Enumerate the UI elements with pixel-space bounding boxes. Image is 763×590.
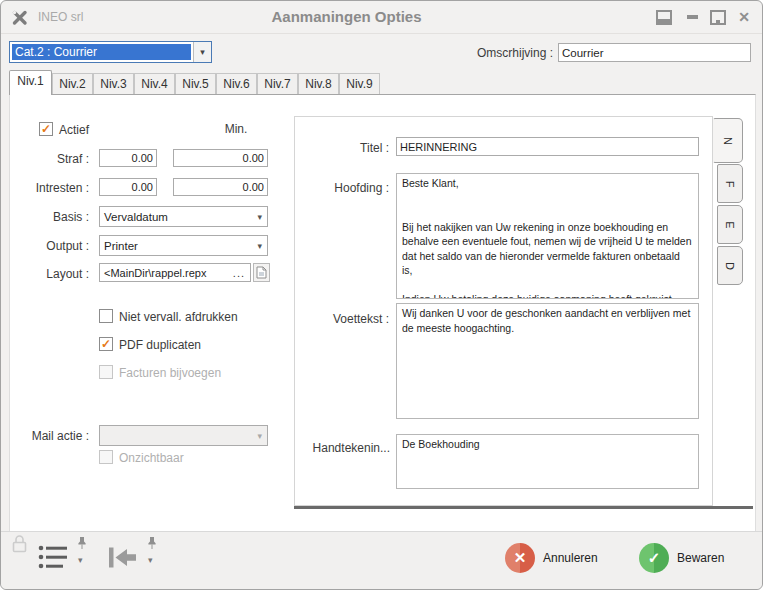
list-view-button[interactable] xyxy=(38,544,69,574)
output-select[interactable]: Printer ▾ xyxy=(99,235,268,256)
document-edit-icon xyxy=(256,266,267,279)
facturen-bijvoegen-label: Facturen bijvoegen xyxy=(119,366,221,380)
browse-button[interactable]: ... xyxy=(233,267,250,279)
straf-label: Straf : xyxy=(7,152,89,166)
omschrijving-label: Omscrhijving : xyxy=(463,46,553,60)
maximize-icon xyxy=(710,10,726,25)
basis-selected-value: Vervaldatum xyxy=(104,211,168,223)
output-selected-value: Printer xyxy=(104,240,138,252)
footer-bar: ▾ ▾ ✕ Annuleren ✓ Bewaren xyxy=(1,531,762,589)
niet-vervall-label: Niet vervall. afdrukken xyxy=(119,310,238,324)
window-close-button[interactable]: ✕ xyxy=(736,9,752,25)
intresten-min-input[interactable] xyxy=(173,178,268,196)
layout-path-value: <MainDir\rappel.repx xyxy=(104,267,206,279)
list-dropdown-button[interactable]: ▾ xyxy=(78,556,83,565)
bewaren-button[interactable]: ✓ Bewaren xyxy=(639,543,724,573)
chevron-down-icon: ▾ xyxy=(257,431,267,441)
voettekst-textarea[interactable]: Wij danken U voor de geschonken aandacht… xyxy=(396,303,699,419)
window-restore-button[interactable] xyxy=(656,9,672,25)
tab-niv3[interactable]: Niv.3 xyxy=(93,73,134,95)
voettekst-label: Voettekst : xyxy=(301,312,389,326)
intresten-input[interactable] xyxy=(99,178,157,196)
layout-path-field[interactable]: <MainDir\rappel.repx ... xyxy=(99,263,251,282)
pin-icon[interactable] xyxy=(147,536,157,553)
x-glyph: ✕ xyxy=(514,549,527,567)
lang-tab-f[interactable]: F xyxy=(717,164,743,203)
category-dropdown-button[interactable]: ▾ xyxy=(193,42,211,62)
lock-icon xyxy=(11,534,28,557)
handtekening-label: Handtekenin... xyxy=(298,441,390,455)
tab-niv2[interactable]: Niv.2 xyxy=(52,73,93,95)
arrow-to-start-icon xyxy=(107,544,138,571)
check-icon: ✓ xyxy=(101,338,111,350)
tab-niv5[interactable]: Niv.5 xyxy=(175,73,216,95)
lang-tab-e-label: E xyxy=(724,221,736,228)
cancel-x-icon: ✕ xyxy=(505,543,535,573)
titel-input[interactable] xyxy=(396,137,699,156)
basis-select[interactable]: Vervaldatum ▾ xyxy=(99,206,268,227)
tab-niv8[interactable]: Niv.8 xyxy=(298,73,339,95)
go-to-first-button[interactable] xyxy=(107,544,138,574)
mail-actie-select: ▾ xyxy=(99,425,268,446)
tab-niv6[interactable]: Niv.6 xyxy=(216,73,257,95)
pin-icon[interactable] xyxy=(77,536,87,553)
lang-tab-d-label: D xyxy=(724,262,736,270)
panel-bottom-rule xyxy=(294,506,753,509)
aanmaningen-opties-window: INEO srl Aanmaningen Opties ✕ Cat.2 : Co… xyxy=(0,0,763,590)
goto-dropdown-button[interactable]: ▾ xyxy=(148,556,153,565)
min-column-label: Min. xyxy=(201,122,271,136)
annuleren-label: Annuleren xyxy=(543,551,598,565)
pdf-duplicaten-checkbox[interactable]: ✓ xyxy=(99,337,113,351)
minimize-icon xyxy=(687,15,698,19)
tab-niv9[interactable]: Niv.9 xyxy=(339,73,380,95)
lang-tab-f-label: F xyxy=(724,180,736,187)
title-bar: INEO srl Aanmaningen Opties ✕ xyxy=(1,1,762,34)
category-selected-value: Cat.2 : Courrier xyxy=(12,44,191,60)
bulleted-list-icon xyxy=(38,544,69,571)
chevron-down-icon: ▾ xyxy=(257,241,267,251)
tab-niv4[interactable]: Niv.4 xyxy=(134,73,175,95)
window-title: Aanmaningen Opties xyxy=(1,8,692,25)
annuleren-button[interactable]: ✕ Annuleren xyxy=(505,543,598,573)
onzichtbaar-checkbox xyxy=(99,450,113,464)
save-check-icon: ✓ xyxy=(639,543,669,573)
lang-tab-e[interactable]: E xyxy=(717,205,743,244)
basis-label: Basis : xyxy=(7,210,89,224)
window-minimize-button[interactable] xyxy=(684,9,700,25)
tab-niv1[interactable]: Niv.1 xyxy=(9,70,52,95)
lang-tab-n-label: N xyxy=(722,137,734,145)
mail-actie-label: Mail actie : xyxy=(7,429,89,443)
check-icon: ✓ xyxy=(41,123,51,135)
output-label: Output : xyxy=(7,239,89,253)
close-icon: ✕ xyxy=(738,10,750,24)
lang-tab-n[interactable]: N xyxy=(713,118,743,163)
tab-niv7[interactable]: Niv.7 xyxy=(257,73,298,95)
chevron-down-icon: ▾ xyxy=(257,212,267,222)
pdf-duplicaten-label: PDF duplicaten xyxy=(119,338,201,352)
check-glyph: ✓ xyxy=(648,549,661,567)
hoofding-label: Hoofding : xyxy=(301,181,389,195)
omschrijving-input[interactable] xyxy=(558,43,751,62)
restore-icon xyxy=(656,10,672,25)
layout-designer-button[interactable] xyxy=(253,263,270,282)
niet-vervall-checkbox[interactable] xyxy=(99,309,113,323)
window-maximize-button[interactable] xyxy=(710,9,726,25)
actief-label: Actief xyxy=(59,123,89,137)
category-select[interactable]: Cat.2 : Courrier ▾ xyxy=(9,41,212,63)
intresten-label: Intresten : xyxy=(7,181,89,195)
straf-min-input[interactable] xyxy=(173,149,268,167)
bewaren-label: Bewaren xyxy=(677,551,724,565)
layout-label: Layout : xyxy=(7,267,89,281)
facturen-bijvoegen-checkbox xyxy=(99,365,113,379)
actief-checkbox[interactable]: ✓ xyxy=(39,122,53,136)
lang-tab-d[interactable]: D xyxy=(717,246,743,285)
straf-input[interactable] xyxy=(99,149,157,167)
titel-label: Titel : xyxy=(301,141,389,155)
handtekening-textarea[interactable]: De Boekhouding xyxy=(396,434,699,489)
hoofding-textarea[interactable]: Beste Klant, Bij het nakijken van Uw rek… xyxy=(396,173,699,299)
chevron-down-icon: ▾ xyxy=(200,47,205,57)
onzichtbaar-label: Onzichtbaar xyxy=(119,451,184,465)
